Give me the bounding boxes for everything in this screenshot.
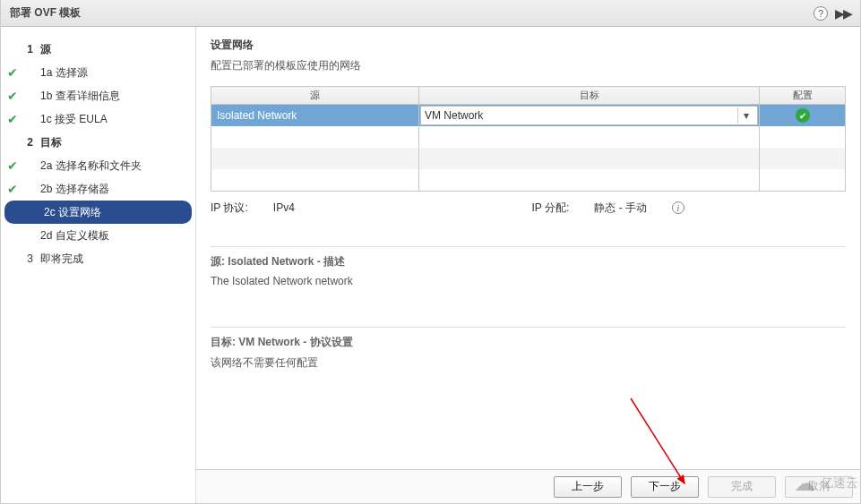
col-config-header[interactable]: 配置 [760, 87, 846, 105]
ip-allocation-value: 静态 - 手动 [594, 201, 647, 216]
page-subtitle: 配置已部署的模板应使用的网络 [211, 58, 846, 73]
table-row[interactable]: Isolated Network VM Network ▾ ✔ [211, 105, 846, 127]
placeholder-icon [4, 134, 21, 150]
table-row [211, 148, 846, 169]
window-title: 部署 OVF 模板 [10, 5, 81, 21]
source-desc-body: The Isolated Network network [211, 275, 846, 287]
table-row [211, 126, 846, 148]
placeholder-icon [4, 41, 21, 57]
step-2b-select-storage[interactable]: ✔ 2b 选择存储器 [1, 177, 195, 201]
step-2a-select-name[interactable]: ✔ 2a 选择名称和文件夹 [1, 154, 195, 177]
divider [211, 246, 846, 247]
placeholder-icon [4, 251, 21, 267]
chevron-down-icon: ▾ [737, 107, 753, 124]
cell-source: Isolated Network [211, 105, 419, 127]
col-source-header[interactable]: 源 [211, 87, 419, 105]
dest-proto-body: 该网络不需要任何配置 [211, 355, 846, 371]
cancel-button: 取消 [785, 476, 853, 498]
ip-protocol-label: IP 协议: [211, 201, 248, 216]
ip-settings-row: IP 协议: IPv4 IP 分配: 静态 - 手动 i [211, 201, 846, 216]
step-2d-customize-template[interactable]: 2d 自定义模板 [1, 224, 195, 247]
check-icon: ✔ [4, 111, 21, 127]
step-1a-select-source[interactable]: ✔ 1a 选择源 [1, 61, 195, 84]
source-desc-title: 源: Isolated Network - 描述 [211, 254, 846, 269]
divider [211, 327, 846, 328]
network-mapping-table: 源 目标 配置 Isolated Network VM Network ▾ ✔ [211, 86, 846, 192]
back-button[interactable]: 上一步 [554, 476, 622, 498]
destination-network-select[interactable]: VM Network ▾ [420, 106, 758, 125]
step-2-destination[interactable]: 2 目标 [1, 131, 195, 154]
step-1c-accept-eula[interactable]: ✔ 1c 接受 EULA [1, 107, 195, 131]
ip-allocation-label: IP 分配: [532, 201, 570, 216]
check-icon: ✔ [4, 181, 21, 197]
step-2c-setup-network[interactable]: ✔ 2c 设置网络 [4, 201, 192, 224]
step-1-source[interactable]: 1 源 [1, 38, 195, 61]
next-button[interactable]: 下一步 [631, 476, 699, 498]
finish-button: 完成 [708, 476, 776, 498]
step-3-ready[interactable]: 3 即将完成 [1, 247, 195, 270]
wizard-steps-sidebar: 1 源 ✔ 1a 选择源 ✔ 1b 查看详细信息 ✔ 1c 接受 EULA 2 … [1, 27, 196, 503]
window-titlebar: 部署 OVF 模板 ? ▶▶ [1, 0, 860, 27]
config-ok-icon: ✔ [796, 108, 810, 123]
cell-config: ✔ [760, 105, 846, 127]
ip-protocol-value: IPv4 [273, 201, 295, 214]
expand-icon[interactable]: ▶▶ [835, 6, 851, 21]
wizard-footer: 上一步 下一步 完成 取消 [196, 469, 860, 503]
dest-proto-title: 目标: VM Network - 协议设置 [211, 335, 846, 350]
step-1b-review-details[interactable]: ✔ 1b 查看详细信息 [1, 84, 195, 107]
check-icon: ✔ [4, 158, 21, 174]
col-dest-header[interactable]: 目标 [419, 87, 760, 105]
info-icon[interactable]: i [672, 201, 684, 214]
check-icon: ✔ [4, 64, 21, 81]
check-icon: ✔ [4, 88, 21, 104]
help-icon[interactable]: ? [814, 6, 828, 21]
table-row [211, 169, 846, 191]
placeholder-icon [4, 227, 21, 243]
page-heading: 设置网络 [211, 38, 846, 53]
content-pane: 设置网络 配置已部署的模板应使用的网络 源 目标 配置 Isolated Net… [196, 27, 860, 503]
